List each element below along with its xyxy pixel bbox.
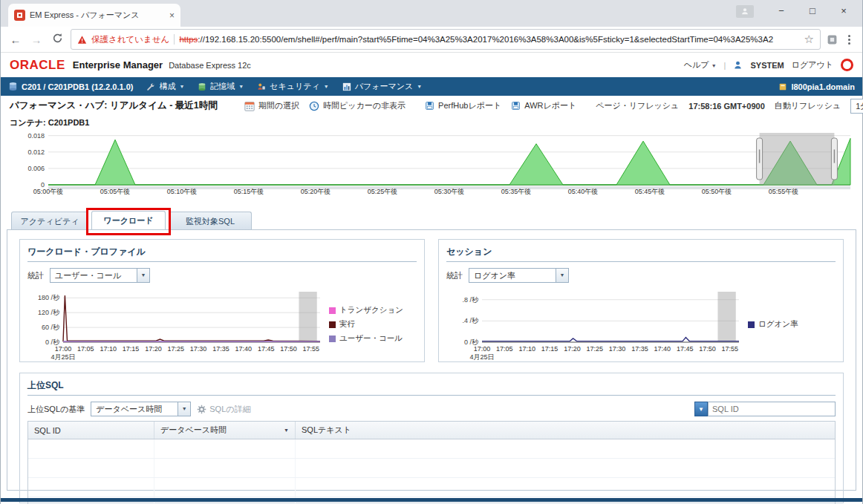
sql-id-search-input[interactable] bbox=[708, 402, 836, 416]
legend-item: 実行 bbox=[329, 319, 409, 330]
oracle-logo: ORACLE bbox=[10, 58, 65, 73]
activity-timeline[interactable]: 00.0060.0120.01805:00午後05:05午後05:10午後05:… bbox=[1, 129, 862, 200]
timeline-chart: 00.0060.0120.01805:00午後05:05午後05:10午後05:… bbox=[4, 129, 859, 197]
legend-swatch bbox=[748, 321, 755, 328]
legend-label: トランザクション bbox=[339, 305, 403, 315]
header-divider: | bbox=[724, 61, 726, 70]
legend-item: ログオン率 bbox=[748, 319, 828, 330]
security-warning-text[interactable]: 保護されていません bbox=[91, 34, 169, 45]
svg-text:4月25日: 4月25日 bbox=[469, 353, 494, 361]
chevron-down-icon[interactable]: ▼ bbox=[556, 268, 569, 283]
menu-security[interactable]: セキュリティ ▼ bbox=[257, 81, 328, 92]
logged-in-user[interactable]: SYSTEM bbox=[750, 61, 784, 70]
perf-hub-toolbar: パフォーマンス・ハブ: リアルタイム - 最近1時間 期間の選択 時間ピッカーの… bbox=[1, 96, 862, 116]
browser-tab[interactable]: EM Express - パフォーマンス × bbox=[8, 4, 180, 27]
auto-refresh-select[interactable]: 1分 ▼ bbox=[850, 99, 863, 114]
chevron-down-icon: ▼ bbox=[324, 84, 329, 89]
logout-link[interactable]: ログアウト bbox=[792, 59, 833, 71]
menu-storage-label: 記憶域 bbox=[210, 81, 235, 92]
database-icon bbox=[8, 82, 18, 91]
browser-address-row: ← → 保護されていません https://192.168.15.20:5500… bbox=[1, 27, 862, 53]
svg-text:17:55: 17:55 bbox=[303, 345, 320, 353]
menu-performance[interactable]: パフォーマンス ▼ bbox=[342, 81, 422, 92]
svg-text:05:30午後: 05:30午後 bbox=[434, 188, 465, 195]
page-refresh-time: 17:58:16 GMT+0900 bbox=[688, 102, 764, 111]
table-header-row: SQL ID データベース時間 ▼ SQLテキスト bbox=[28, 422, 835, 439]
database-home-item[interactable]: C201 / C201PDB1 (12.2.0.1.0) bbox=[8, 82, 133, 91]
auto-refresh-value: 1分 bbox=[850, 99, 863, 114]
address-bar[interactable]: 保護されていません https://192.168.15.20:5500/em/… bbox=[71, 29, 821, 50]
back-icon[interactable]: ← bbox=[8, 33, 23, 46]
container-value: C201PDB1 bbox=[48, 118, 90, 127]
table-row bbox=[28, 439, 835, 459]
bookmark-star-icon[interactable]: ☆ bbox=[804, 33, 814, 46]
period-select-button[interactable]: 期間の選択 bbox=[244, 100, 299, 111]
help-menu[interactable]: ヘルプ ▼ bbox=[684, 59, 717, 71]
column-header-label: データベース時間 bbox=[160, 425, 227, 436]
awr-report-button[interactable]: AWRレポート bbox=[511, 100, 576, 111]
perfhub-report-button[interactable]: PerfHubレポート bbox=[425, 100, 501, 111]
workload-chart[interactable]: 0 /秒60 /秒120 /秒180 /秒17:0017:0517:1017:1… bbox=[27, 286, 325, 363]
product-edition: Database Express 12c bbox=[169, 61, 251, 70]
column-header-db-time[interactable]: データベース時間 ▼ bbox=[154, 422, 296, 439]
browser-window: EM Express - パフォーマンス × − □ × ← → 保護されていま… bbox=[0, 0, 863, 504]
svg-text:17:10: 17:10 bbox=[100, 345, 117, 353]
menu-storage[interactable]: 記憶域 ▼ bbox=[198, 81, 244, 92]
tab-close-icon[interactable]: × bbox=[169, 10, 175, 21]
tab-monitored-sql[interactable]: 監視対象SQL bbox=[169, 212, 252, 229]
svg-text:17:35: 17:35 bbox=[212, 345, 229, 353]
chevron-down-icon: ▼ bbox=[711, 63, 717, 68]
hide-time-picker-label: 時間ピッカーの非表示 bbox=[323, 100, 406, 111]
workload-stat-value: ユーザー・コール bbox=[50, 268, 137, 283]
svg-text:17:00: 17:00 bbox=[55, 345, 72, 353]
period-select-label: 期間の選択 bbox=[258, 100, 299, 111]
top-sql-criteria-value: データベース時間 bbox=[91, 402, 178, 416]
svg-text:17:30: 17:30 bbox=[609, 345, 626, 353]
performance-icon bbox=[342, 82, 351, 91]
chevron-down-icon[interactable]: ▼ bbox=[178, 402, 191, 416]
host-indicator: l800pia1.domain bbox=[778, 82, 855, 91]
svg-text:17:25: 17:25 bbox=[586, 345, 603, 353]
svg-text:17:25: 17:25 bbox=[167, 345, 184, 353]
session-stat-value: ログオン率 bbox=[469, 268, 556, 283]
browser-menu-icon[interactable] bbox=[844, 35, 855, 45]
panel-title: セッション bbox=[446, 246, 836, 262]
security-icon bbox=[257, 82, 266, 91]
svg-text:17:15: 17:15 bbox=[123, 345, 140, 353]
session-panel: セッション 統計 ログオン率 ▼ 0 /秒.4 /秒.8 /秒17:0017:0… bbox=[438, 239, 844, 362]
workload-profile-panel: ワークロード・プロファイル 統計 ユーザー・コール ▼ 0 /秒60 /秒120… bbox=[19, 239, 425, 362]
svg-text:17:35: 17:35 bbox=[631, 345, 648, 353]
window-close-button[interactable]: × bbox=[828, 0, 859, 22]
help-label: ヘルプ bbox=[684, 60, 709, 69]
window-maximize-button[interactable]: □ bbox=[797, 0, 828, 22]
workload-stat-select[interactable]: ユーザー・コール ▼ bbox=[50, 268, 150, 283]
tab-workload[interactable]: ワークロード bbox=[91, 211, 166, 229]
sort-desc-icon[interactable]: ▼ bbox=[284, 428, 289, 433]
reload-icon[interactable] bbox=[50, 33, 65, 46]
window-minimize-button[interactable]: − bbox=[766, 0, 797, 22]
svg-text:17:00: 17:00 bbox=[474, 345, 491, 353]
top-sql-criteria-label: 上位SQLの基準 bbox=[27, 404, 85, 415]
browser-profile-icon[interactable] bbox=[736, 5, 754, 18]
forward-icon[interactable]: → bbox=[29, 33, 44, 46]
extension-icon[interactable] bbox=[827, 34, 838, 45]
tab-activity[interactable]: アクティビティ bbox=[11, 212, 88, 229]
page-refresh-label: ページ・リフレッシュ bbox=[596, 100, 679, 111]
svg-text:05:15午後: 05:15午後 bbox=[234, 188, 264, 195]
top-sql-criteria-select[interactable]: データベース時間 ▼ bbox=[91, 402, 191, 416]
svg-text:05:00午後: 05:00午後 bbox=[33, 188, 64, 195]
svg-text:60 /秒: 60 /秒 bbox=[42, 324, 60, 331]
hide-time-picker-button[interactable]: 時間ピッカーの非表示 bbox=[309, 100, 406, 111]
session-stat-select[interactable]: ログオン率 ▼ bbox=[469, 268, 569, 283]
gear-icon bbox=[197, 405, 206, 414]
column-header-sql-id[interactable]: SQL ID bbox=[28, 422, 154, 439]
column-header-sql-text[interactable]: SQLテキスト bbox=[296, 422, 835, 439]
menu-config[interactable]: 構成 ▼ bbox=[146, 81, 184, 92]
svg-text:17:05: 17:05 bbox=[77, 345, 94, 353]
search-category-icon[interactable]: ▼ bbox=[694, 402, 708, 416]
session-chart[interactable]: 0 /秒.4 /秒.8 /秒17:0017:0517:1017:1517:201… bbox=[446, 286, 743, 363]
sql-details-button[interactable]: SQLの詳細 bbox=[197, 404, 250, 415]
product-name: Enterprise Manager bbox=[73, 59, 163, 71]
chevron-down-icon[interactable]: ▼ bbox=[137, 268, 150, 283]
url-text[interactable]: https://192.168.15.20:5500/em/shell#/per… bbox=[179, 35, 799, 44]
